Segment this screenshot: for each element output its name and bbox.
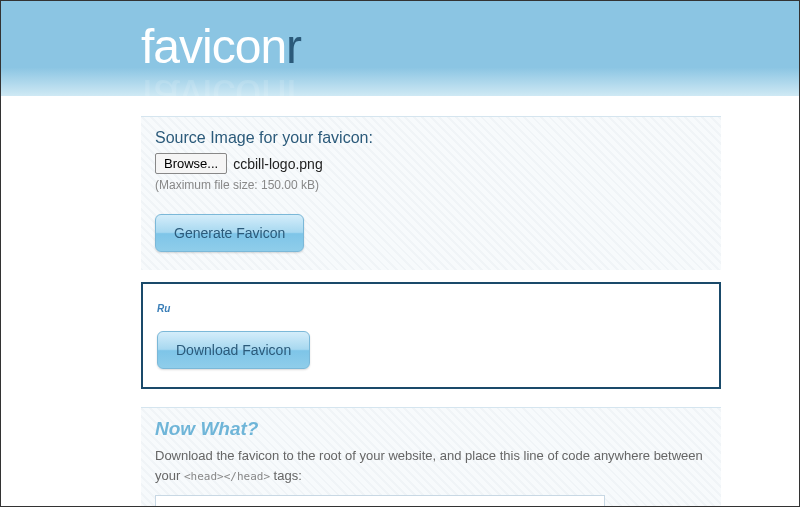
- now-what-text: Download the favicon to the root of your…: [155, 446, 707, 485]
- selected-filename: ccbill-logo.png: [233, 156, 323, 172]
- code-snippet-box[interactable]: <link rel="shortcut icon" href="/favicon…: [155, 495, 605, 507]
- browse-button[interactable]: Browse...: [155, 153, 227, 174]
- download-favicon-button[interactable]: Download Favicon: [157, 331, 310, 369]
- source-image-label: Source Image for your favicon:: [155, 129, 707, 147]
- now-what-panel: Now What? Download the favicon to the ro…: [141, 407, 721, 507]
- logo: faviconr: [141, 1, 799, 74]
- max-file-size-label: (Maximum file size: 150.00 kB): [155, 178, 707, 192]
- upload-panel: Source Image for your favicon: Browse...…: [141, 116, 721, 270]
- logo-text-main: favicon: [141, 20, 286, 73]
- now-what-title: Now What?: [155, 418, 707, 440]
- result-panel: Ru Download Favicon: [141, 282, 721, 389]
- generate-favicon-button[interactable]: Generate Favicon: [155, 214, 304, 252]
- header: faviconr faviconr: [1, 1, 799, 96]
- favicon-preview-icon: Ru: [157, 303, 173, 317]
- logo-reflection: faviconr: [141, 69, 301, 124]
- head-tags-code: <head></head>: [184, 470, 270, 483]
- content: Source Image for your favicon: Browse...…: [1, 116, 799, 507]
- logo-text-r: r: [286, 20, 301, 73]
- file-row: Browse... ccbill-logo.png: [155, 153, 707, 174]
